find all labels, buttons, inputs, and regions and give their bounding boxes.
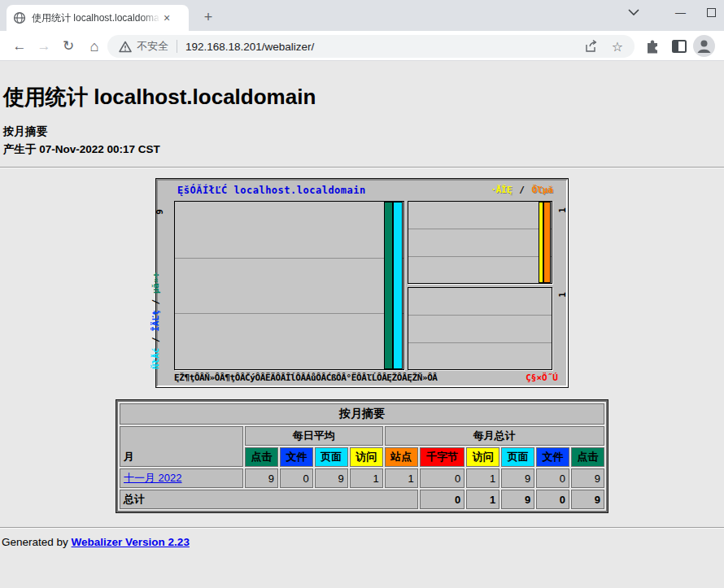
left-axis-max: 9 <box>155 209 165 215</box>
legend-visits: ·ĂÎĘ <box>491 185 512 195</box>
chart-panel-top-right <box>408 201 552 284</box>
sites-bar <box>543 202 551 283</box>
cell-kbytes-total: 0 <box>420 468 465 488</box>
gridline <box>175 313 403 314</box>
webalizer-version-link[interactable]: Webalizer Version 2.23 <box>72 536 190 548</box>
kbytes-axis-label: Ç§×Ö˝Ú <box>526 372 558 383</box>
header-pages-total: 页面 <box>501 447 534 467</box>
window-controls: — <box>628 0 716 24</box>
tab-bar: 使用统计 localhost.localdomain × + — <box>0 0 724 31</box>
graph-title: ĘšÓĂÍłĽĆ localhost.localdomain <box>177 185 366 196</box>
side-panel-icon[interactable] <box>670 37 688 55</box>
cell-visits-total: 1 <box>466 468 499 488</box>
axis-label-hits: µă»÷ <box>150 272 161 294</box>
right-axis-top-max: 1 <box>557 207 568 213</box>
daily-average-group-header: 每日平均 <box>245 426 383 446</box>
home-button[interactable]: ⌂ <box>83 35 106 58</box>
monthly-summary-label: 按月摘要 <box>0 123 724 141</box>
forward-button: → <box>33 35 55 58</box>
axis-label-files: ÎÄĽţ <box>150 310 161 332</box>
share-icon[interactable] <box>584 39 602 54</box>
globe-favicon-icon <box>13 11 26 24</box>
header-pages-daily: 页面 <box>315 447 348 467</box>
reload-button[interactable]: ↻ <box>57 35 80 58</box>
profile-avatar[interactable] <box>693 35 715 57</box>
cell-files-daily: 0 <box>280 468 313 488</box>
tab-search-chevron-icon[interactable] <box>628 9 639 15</box>
extensions-puzzle-icon[interactable] <box>644 37 662 55</box>
omnibox-divider <box>177 40 177 53</box>
cell-hits-daily: 9 <box>245 468 278 488</box>
table-caption: 按月摘要 <box>120 403 604 425</box>
gridline <box>408 342 552 343</box>
generated-timestamp: 产生于 07-Nov-2022 00:17 CST <box>0 141 724 159</box>
header-visits-daily: 访问 <box>350 447 383 467</box>
month-link[interactable]: 十一月 2022 <box>124 472 182 484</box>
graph-legend: ·ĂÎĘ / Őľµă <box>491 185 553 195</box>
axis-label-sep: / <box>150 294 161 310</box>
left-axis-label: ŇłĂć / ÎÄĽţ / µă»÷ <box>150 272 161 369</box>
tab-title: 使用统计 localhost.localdomain <box>32 11 160 25</box>
gridline <box>408 315 552 316</box>
hits-bar <box>384 202 393 369</box>
cell-files-total: 0 <box>536 468 569 488</box>
total-visits: 1 <box>466 490 499 509</box>
x-axis-month-labels: ĘŽ¶ţÔÂŇ»ÔÂ¶ţÔÂČýÔÂËÄÔÂÎĺÔÂÁůÔÂĆßÔÂ°ËÔÂľĹ… <box>174 372 438 383</box>
page-title: 使用统计 localhost.localdomain <box>0 61 724 123</box>
totals-label: 总计 <box>120 490 418 509</box>
footer-prefix: Generated by <box>2 536 72 548</box>
new-tab-button[interactable]: + <box>198 8 218 28</box>
cell-pages-daily: 9 <box>315 468 348 488</box>
maximize-button[interactable] <box>707 8 716 17</box>
tab-close-icon[interactable]: × <box>164 11 170 24</box>
legend-separator: / <box>519 185 525 195</box>
header-kbytes-total: 千字节 <box>420 447 465 467</box>
pages-bar <box>393 202 403 369</box>
total-hits: 9 <box>571 490 604 509</box>
header-sites-total: 站点 <box>385 447 418 467</box>
divider-top <box>0 167 724 168</box>
chart-panel-left <box>174 201 404 370</box>
address-bar[interactable]: 不安全 192.168.18.201/webalizer/ ☆ <box>107 35 635 58</box>
month-column-header: 月 <box>120 426 243 467</box>
webalizer-page: 使用统计 localhost.localdomain 按月摘要 产生于 07-N… <box>0 61 724 587</box>
header-hits-total: 点击 <box>571 447 604 467</box>
chart-panel-bottom-right <box>408 287 552 370</box>
gridline <box>408 256 552 257</box>
cell-pages-total: 9 <box>501 468 534 488</box>
header-files-daily: 文件 <box>280 447 313 467</box>
header-files-total: 文件 <box>536 447 569 467</box>
total-kbytes: 0 <box>420 490 465 509</box>
usage-graph: ĘšÓĂÍłĽĆ localhost.localdomain ·ĂÎĘ / Őľ… <box>156 179 568 387</box>
axis-label-sep: / <box>150 332 161 348</box>
bookmark-star-icon[interactable]: ☆ <box>608 39 626 54</box>
browser-tab[interactable]: 使用统计 localhost.localdomain × <box>7 5 189 31</box>
axis-label-pages: ŇłĂć <box>150 348 161 370</box>
minimize-button[interactable]: — <box>675 7 686 19</box>
total-files: 0 <box>536 490 569 509</box>
back-button[interactable]: ← <box>8 35 31 58</box>
browser-toolbar: ← → ↻ ⌂ 不安全 192.168.18.201/webalizer/ ☆ <box>0 31 724 61</box>
cell-hits-total: 9 <box>571 468 604 488</box>
totals-row: 总计 0 1 9 0 9 <box>120 490 604 509</box>
monthly-summary-table: 按月摘要 月 每日平均 每月总计 点击 文件 页面 访问 站点 千字节 访问 页… <box>116 400 608 512</box>
header-visits-total: 访问 <box>466 447 499 467</box>
gridline <box>175 258 403 259</box>
legend-sites: Őľµă <box>532 185 554 195</box>
not-secure-label[interactable]: 不安全 <box>137 39 168 54</box>
not-secure-warning-icon[interactable] <box>119 41 132 53</box>
cell-sites-total: 1 <box>385 468 418 488</box>
footer: Generated by Webalizer Version 2.23 <box>0 529 724 555</box>
url-text[interactable]: 192.168.18.201/webalizer/ <box>185 41 578 53</box>
right-axis-bottom-max: 1 <box>557 292 568 298</box>
table-row: 十一月 2022 9 0 9 1 1 0 1 9 0 9 <box>120 468 604 488</box>
monthly-totals-group-header: 每月总计 <box>385 426 604 446</box>
gridline <box>408 229 552 229</box>
header-hits-daily: 点击 <box>245 447 278 467</box>
cell-visits-daily: 1 <box>350 468 383 488</box>
total-pages: 9 <box>501 490 534 509</box>
